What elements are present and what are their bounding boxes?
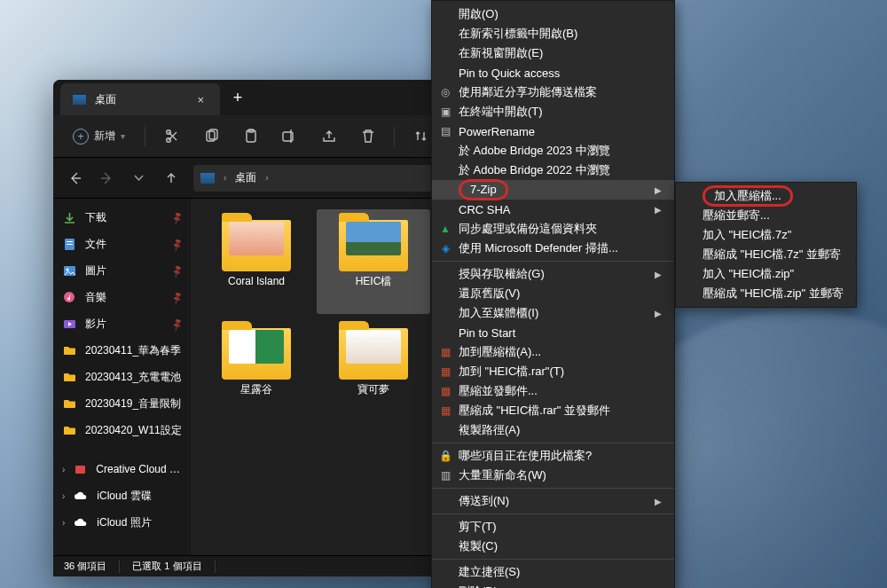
new-button[interactable]: + 新增 ▾ <box>62 121 136 153</box>
chevron-right-icon: ▶ <box>655 205 662 215</box>
menu-item[interactable]: ▣ 在終端中開啟(T) <box>432 102 674 122</box>
folder-icon <box>62 396 76 411</box>
sidebar-item[interactable]: 圖片 📌 <box>53 257 191 284</box>
sidebar-item-label: 20230411_華為春季 <box>85 343 181 358</box>
menu-item[interactable]: 開啟(O) <box>432 4 674 24</box>
sidebar-item[interactable]: 音樂 📌 <box>53 284 191 310</box>
menu-item[interactable]: Pin to Quick access <box>432 63 674 82</box>
folder-thumbnail <box>229 222 284 255</box>
menu-item[interactable]: ▦ 壓縮成 "HEIC檔.rar" 並發郵件 <box>432 401 674 420</box>
rename-button[interactable] <box>271 121 307 153</box>
menu-item-label: 複製路徑(A) <box>459 422 520 438</box>
arrow-up-icon <box>164 171 177 184</box>
menu-item[interactable]: 複製路徑(A) <box>432 420 674 440</box>
sidebar-item[interactable]: 下載 📌 <box>53 204 191 231</box>
menu-item[interactable]: 壓縮成 "HEIC檔.7z" 並郵寄 <box>676 245 856 264</box>
menu-item[interactable]: 複製(C) <box>432 537 674 556</box>
new-tab-button[interactable]: + <box>220 80 255 115</box>
menu-item[interactable]: 在新視窗開啟(E) <box>432 43 674 63</box>
context-submenu-7zip[interactable]: 加入壓縮檔... 壓縮並郵寄... 加入 "HEIC檔.7z" 壓縮成 "HEI… <box>675 182 857 308</box>
menu-item[interactable]: 刪除(D) <box>432 582 674 588</box>
up-button[interactable] <box>156 164 184 192</box>
chevron-right-icon: › <box>62 491 65 501</box>
folder-item[interactable]: HEIC檔 <box>317 209 430 314</box>
folder-label: 星露谷 <box>240 383 272 396</box>
menu-item-label: 加入 "HEIC檔.zip" <box>703 266 794 282</box>
menu-item-label: 複製(C) <box>459 538 498 554</box>
music-icon <box>62 290 76 304</box>
arrow-left-icon <box>68 171 82 184</box>
menu-item[interactable]: ▦ 壓縮並發郵件... <box>432 381 674 401</box>
folder-label: Coral Island <box>228 275 285 288</box>
menu-item[interactable]: ▲ 同步處理或備份這個資料夾 <box>432 219 674 239</box>
sidebar-item[interactable]: 20230419_音量限制 <box>53 390 191 417</box>
breadcrumb[interactable]: 桌面 <box>235 170 256 185</box>
sidebar-item-label: Creative Cloud Files <box>96 463 182 475</box>
folder-icon <box>222 220 291 271</box>
menu-item[interactable]: 壓縮並郵寄... <box>676 206 856 225</box>
menu-item[interactable]: 7-Zip ▶ <box>432 180 674 200</box>
tab-title: 桌面 <box>95 92 184 107</box>
menu-item[interactable]: 加入至媒體櫃(I) ▶ <box>432 303 674 323</box>
menu-item[interactable]: ▦ 加到 "HEIC檔.rar"(T) <box>432 362 674 381</box>
cut-button[interactable] <box>154 121 190 153</box>
menu-item-label: 傳送到(N) <box>459 493 509 509</box>
sidebar-group[interactable]: › iCloud 照片 <box>53 509 191 536</box>
delete-button[interactable] <box>349 121 385 153</box>
menu-item[interactable]: 加入壓縮檔... <box>676 186 856 206</box>
menu-item[interactable]: 加入 "HEIC檔.7z" <box>676 225 856 245</box>
menu-item[interactable]: 壓縮成 "HEIC檔.zip" 並郵寄 <box>676 284 856 303</box>
sidebar-group[interactable]: › iCloud 雲碟 <box>53 482 191 509</box>
copy-button[interactable] <box>193 121 229 153</box>
paste-button[interactable] <box>232 121 268 153</box>
sidebar-item-label: 下載 <box>85 210 106 225</box>
sidebar-item[interactable]: 20230411_華為春季 <box>53 337 191 364</box>
folder-item[interactable]: 寶可夢 <box>317 318 430 422</box>
menu-item-label: 加入 "HEIC檔.7z" <box>703 227 791 243</box>
menu-item-label: 建立捷徑(S) <box>459 564 520 580</box>
menu-item[interactable]: ▥ 大量重新命名(W) <box>432 466 674 485</box>
close-tab-button[interactable]: × <box>193 93 208 106</box>
window-tab[interactable]: 桌面 × <box>60 83 220 115</box>
chevron-right-icon: › <box>224 173 226 183</box>
menu-item[interactable]: 在新索引標籤中開啟(B) <box>432 24 674 43</box>
sidebar-item[interactable]: 20230413_充電電池 <box>53 364 191 390</box>
svg-rect-8 <box>67 241 73 242</box>
menu-item[interactable]: Pin to Start <box>432 323 674 342</box>
menu-item[interactable]: 於 Adobe Bridge 2023 中瀏覽 <box>432 141 674 161</box>
download-icon <box>62 210 76 224</box>
forward-button[interactable] <box>92 164 121 192</box>
menu-item[interactable]: 傳送到(N) ▶ <box>432 491 674 511</box>
sidebar-item-label: 20230419_音量限制 <box>85 396 181 412</box>
menu-item[interactable]: 🔒 哪些項目正在使用此檔案? <box>432 446 674 466</box>
sidebar-group[interactable]: › Creative Cloud Files <box>53 456 191 482</box>
copy-icon <box>204 129 219 144</box>
menu-item[interactable]: 加入 "HEIC檔.zip" <box>676 264 856 284</box>
share-button[interactable] <box>310 121 346 153</box>
folder-item[interactable]: Coral Island <box>200 209 313 314</box>
menu-item[interactable]: CRC SHA ▶ <box>432 200 674 219</box>
menu-item[interactable]: ▤ PowerRename <box>432 122 674 141</box>
sidebar-item[interactable]: 影片 📌 <box>53 310 191 337</box>
chevron-right-icon: › <box>62 465 65 474</box>
menu-item[interactable]: ◈ 使用 Microsoft Defender 掃描... <box>432 239 674 258</box>
menu-item-label: 於 Adobe Bridge 2022 中瀏覽 <box>459 162 610 178</box>
menu-item[interactable]: 授與存取權給(G) ▶ <box>432 264 674 284</box>
folder-item[interactable]: 星露谷 <box>200 318 313 422</box>
menu-item[interactable]: 剪下(T) <box>432 517 674 537</box>
menu-item[interactable]: 於 Adobe Bridge 2022 中瀏覽 <box>432 161 674 180</box>
selection-count: 已選取 1 個項目 <box>132 560 201 573</box>
folder-label: 寶可夢 <box>357 383 389 396</box>
recent-button[interactable] <box>124 164 153 192</box>
folder-icon <box>62 370 76 384</box>
context-menu[interactable]: 開啟(O) 在新索引標籤中開啟(B) 在新視窗開啟(E) Pin to Quic… <box>431 0 675 588</box>
menu-item[interactable]: 建立捷徑(S) <box>432 562 674 582</box>
sidebar: 下載 📌 文件 📌 圖片 📌 音樂 📌 影片 📌 20230411_華為春季 2… <box>53 199 191 555</box>
menu-item[interactable]: 還原舊版(V) <box>432 284 674 303</box>
back-button[interactable] <box>60 164 89 192</box>
sidebar-item[interactable]: 20230420_W11設定 <box>53 417 191 443</box>
folder-icon <box>222 328 291 380</box>
menu-item[interactable]: ▦ 加到壓縮檔(A)... <box>432 342 674 362</box>
menu-item[interactable]: ◎ 使用鄰近分享功能傳送檔案 <box>432 82 674 102</box>
sidebar-item[interactable]: 文件 📌 <box>53 231 191 257</box>
